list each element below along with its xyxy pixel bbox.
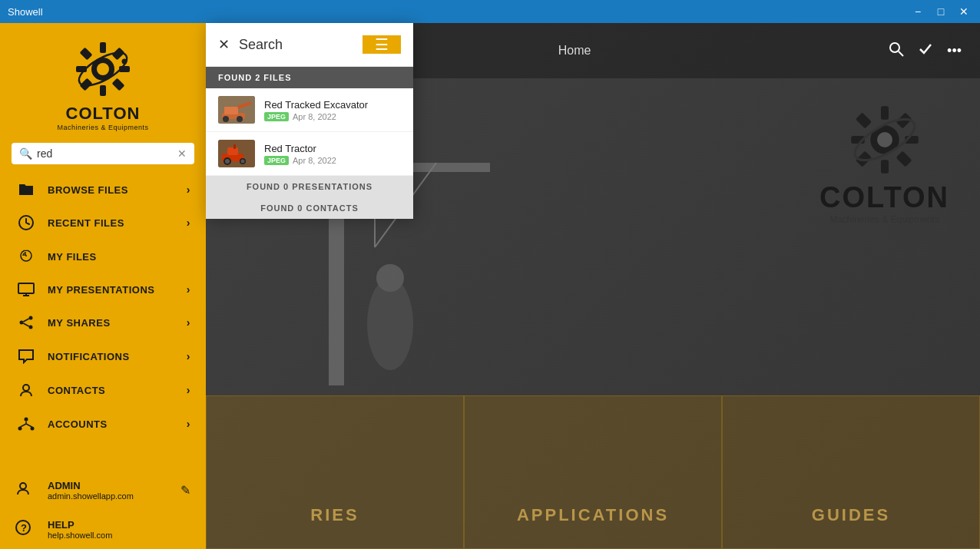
svg-point-17 [29,326,33,329]
svg-point-22 [20,483,26,489]
hero-logo: COLTON Machineries & Equipments [819,101,949,225]
bottom-card-label-guides: GUIDES [812,505,890,525]
search-input[interactable]: red [37,147,173,160]
sidebar-label-my-files: MY FILES [48,251,190,263]
svg-point-20 [18,427,22,431]
bottom-card-applications[interactable]: APPLICATIONS [464,395,722,549]
sidebar-label-recent-files: RECENT FILES [48,217,187,229]
clear-search-button[interactable]: ✕ [177,147,187,160]
folder-icon [15,183,37,197]
search-result-excavator[interactable]: Red Tracked Excavator JPEG Apr 8, 2022 [206,88,413,132]
chevron-right-icon: › [187,418,190,430]
admin-item[interactable]: ADMIN admin.showellapp.com ✎ [0,471,206,510]
monitor-icon [15,283,37,296]
svg-text:?: ? [21,522,27,534]
app-name: Showell [8,6,43,18]
svg-rect-35 [881,106,889,120]
bottom-cards: RIES APPLICATIONS GUIDES [206,395,980,549]
search-section-files-header: FOUND 2 FILES [206,67,413,88]
sidebar: COLTON Machineries & Equipments 🔍 red ✕ … [0,23,206,549]
svg-rect-57 [233,144,236,149]
help-url: help.showell.com [48,531,190,540]
svg-point-13 [25,255,27,256]
result-badge-tractor: JPEG [264,156,289,165]
help-label: HELP [48,519,190,531]
search-close-button[interactable]: ✕ [218,36,230,53]
search-topbar-button[interactable] [886,38,907,64]
minimize-button[interactable]: − [909,3,926,20]
bottom-card-guides[interactable]: GUIDES [722,395,980,549]
search-section-contacts-header: FOUND 0 CONTACTS [206,197,413,219]
checkmark-button[interactable] [915,38,936,64]
chevron-right-icon: › [187,283,190,296]
sidebar-label-my-presentations: MY PRESENTATIONS [48,284,187,296]
sidebar-search-container: 🔍 red ✕ [0,143,206,174]
logo-subtitle: Machineries & Equipments [57,124,148,131]
result-date-excavator: Apr 8, 2022 [293,112,336,121]
hero-company-subtitle: Machineries & Equipments [819,214,949,225]
svg-point-54 [225,159,230,164]
svg-rect-2 [100,42,106,53]
result-name-excavator: Red Tracked Excavator [264,99,401,111]
sidebar-item-browse-files[interactable]: BROWSE FILES › [0,174,206,206]
edit-icon: ✎ [180,483,190,498]
svg-point-25 [890,43,899,52]
logo-company: COLTON [66,104,141,124]
svg-point-47 [223,116,229,122]
sidebar-item-contacts[interactable]: CONTACTS › [0,373,206,407]
svg-rect-9 [112,78,125,91]
result-badge-excavator: JPEG [264,112,289,121]
result-date-tractor: Apr 8, 2022 [293,156,336,165]
sidebar-item-accounts[interactable]: ACCOUNTS › [0,407,206,441]
help-item[interactable]: ? HELP help.showell.com [0,510,206,549]
result-thumb-excavator [218,96,255,124]
search-accent-button[interactable]: ☰ [363,35,401,54]
contact-icon [15,382,37,398]
sidebar-bottom: ADMIN admin.showellapp.com ✎ ? HELP help… [0,471,206,549]
sidebar-item-notifications[interactable]: NOTIFICATIONS › [0,339,206,373]
sidebar-item-recent-files[interactable]: RECENT FILES › [0,206,206,240]
search-dropdown-header: ✕ Search ☰ [206,23,413,67]
titlebar: Showell − □ ✕ [0,0,980,23]
sidebar-item-my-presentations[interactable]: MY PRESENTATIONS › [0,273,206,306]
admin-name: ADMIN [48,480,180,491]
sidebar-item-my-files[interactable]: MY FILES [0,240,206,273]
admin-info: ADMIN admin.showellapp.com [48,480,180,501]
help-icon: ? [15,520,37,539]
svg-line-26 [899,51,903,56]
search-result-tractor[interactable]: Red Tractor JPEG Apr 8, 2022 [206,132,413,176]
user-icon [15,481,37,500]
svg-point-15 [29,316,33,320]
sidebar-label-contacts: CONTACTS [48,385,187,396]
svg-point-19 [25,418,28,422]
result-info-excavator: Red Tracked Excavator JPEG Apr 8, 2022 [264,99,401,121]
svg-rect-3 [100,85,106,96]
svg-point-34 [877,132,892,147]
svg-point-32 [376,264,404,292]
topbar-icons: ••• [886,38,965,64]
maximize-button[interactable]: □ [932,3,949,20]
sidebar-label-notifications: NOTIFICATIONS [48,351,187,362]
svg-point-1 [97,63,109,75]
sidebar-search-bar: 🔍 red ✕ [12,143,194,164]
svg-point-16 [20,321,24,325]
bottom-card-ries[interactable]: RIES [206,395,464,549]
chevron-right-icon: › [187,350,190,362]
result-thumb-tractor [218,140,255,167]
bottom-card-label-applications: APPLICATIONS [517,505,669,525]
svg-rect-36 [881,160,889,174]
more-options-button[interactable]: ••• [944,40,965,62]
close-button[interactable]: ✕ [955,3,972,20]
svg-rect-39 [855,112,871,128]
admin-email: admin.showellapp.com [48,491,180,501]
logo-icon [72,38,134,100]
hero-company-name: COLTON [819,181,949,214]
sidebar-item-my-shares[interactable]: MY SHARES › [0,306,206,339]
fingerprint-icon [15,249,37,264]
svg-rect-6 [80,48,93,61]
result-meta-excavator: JPEG Apr 8, 2022 [264,112,401,121]
hero-gear-icon [839,101,931,178]
search-icon: 🔍 [19,147,32,160]
sidebar-logo: COLTON Machineries & Equipments [0,23,206,143]
chevron-right-icon: › [187,316,190,329]
